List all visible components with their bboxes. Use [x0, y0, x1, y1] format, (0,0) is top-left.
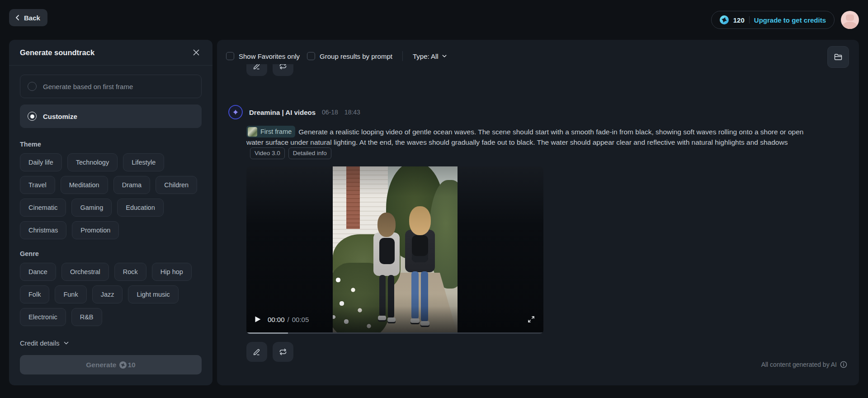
results-panel: Show Favorites only Group results by pro… [217, 40, 859, 385]
genre-chip[interactable]: Funk [55, 285, 86, 303]
option-customize[interactable]: Customize [20, 104, 202, 128]
genre-chip[interactable]: Hip hop [152, 263, 192, 281]
fullscreen-button[interactable] [527, 315, 535, 323]
video-player[interactable]: 00:00 / 00:05 [246, 166, 543, 334]
upgrade-link[interactable]: Upgrade to get credits [754, 16, 826, 24]
panel-header: Generate soundtrack [20, 40, 202, 65]
regenerate-button[interactable] [273, 64, 293, 76]
credit-coin-small-icon [119, 361, 127, 369]
back-label: Back [24, 14, 40, 22]
regenerate-button[interactable] [273, 342, 293, 362]
checkbox-icon[interactable] [226, 52, 234, 60]
type-filter-label: Type: All [413, 52, 439, 60]
post-time: 18:43 [344, 109, 360, 116]
radio-unselected-icon [28, 82, 37, 91]
first-frame-thumbnail [248, 127, 257, 137]
filter-label: Group results by prompt [320, 52, 392, 60]
model-version-tag: Video 3.0 [250, 147, 285, 159]
ai-content-disclaimer: All content generated by AI [761, 361, 847, 368]
theme-chip[interactable]: Children [156, 176, 197, 194]
top-right-cluster: 120 Upgrade to get credits [711, 11, 859, 29]
checkbox-icon[interactable] [307, 52, 315, 60]
filter-label: Show Favorites only [239, 52, 300, 60]
prompt-block: First frame Generate a realistic looping… [246, 126, 814, 159]
chevron-down-icon [442, 53, 447, 59]
genre-chip-list: DanceOrchestralRockHip hopFolkFunkJazzLi… [20, 263, 202, 326]
theme-chip[interactable]: Daily life [20, 153, 62, 171]
disclaimer-text: All content generated by AI [761, 361, 837, 368]
genre-chip[interactable]: Jazz [92, 285, 123, 303]
theme-chip-list: Daily lifeTechnologyLifestyleTravelMedit… [20, 153, 202, 239]
info-icon[interactable] [840, 361, 847, 368]
pill-divider [749, 16, 750, 24]
option-generate-first-frame[interactable]: Generate based on first frame [20, 75, 202, 98]
close-panel-button[interactable] [191, 47, 202, 58]
post-author: Dreamina | AI videos [249, 109, 316, 116]
pencil-icon [252, 64, 261, 71]
play-button[interactable] [255, 316, 261, 323]
avatar-head-shape [846, 14, 854, 21]
credit-details-toggle[interactable]: Credit details [20, 339, 202, 347]
video-progress-bar[interactable] [246, 332, 543, 334]
panel-divider [9, 65, 212, 66]
fullscreen-icon [527, 315, 535, 323]
genre-chip[interactable]: R&B [71, 308, 102, 326]
first-frame-tag[interactable]: First frame [246, 126, 295, 137]
theme-chip[interactable]: Gaming [71, 199, 112, 217]
filter-show-favorites[interactable]: Show Favorites only [226, 52, 300, 60]
genre-chip[interactable]: Rock [114, 263, 146, 281]
credits-pill[interactable]: 120 Upgrade to get credits [711, 11, 835, 29]
filter-divider [402, 51, 403, 61]
theme-chip[interactable]: Drama [113, 176, 151, 194]
video-controls: 00:00 / 00:05 [246, 306, 543, 332]
genre-chip[interactable]: Orchestral [61, 263, 109, 281]
genre-chip[interactable]: Electronic [20, 308, 66, 326]
theme-chip[interactable]: Technology [67, 153, 118, 171]
type-filter-dropdown[interactable]: Type: All [413, 52, 447, 60]
theme-chip[interactable]: Cinematic [20, 199, 66, 217]
repeat-icon [278, 347, 288, 356]
genre-section-label: Genre [20, 250, 202, 257]
pencil-icon [252, 347, 261, 356]
generate-label: Generate [86, 361, 116, 369]
genre-chip[interactable]: Folk [20, 285, 49, 303]
theme-chip[interactable]: Education [117, 199, 164, 217]
generate-cost-value: 10 [127, 361, 135, 369]
edit-button[interactable] [246, 342, 267, 362]
credits-count: 120 [733, 16, 745, 24]
theme-chip[interactable]: Meditation [61, 176, 108, 194]
genre-chip[interactable]: Light music [128, 285, 178, 303]
theme-chip[interactable]: Travel [20, 176, 55, 194]
avatar-body-shape [843, 22, 857, 29]
chevron-left-icon [14, 14, 21, 21]
theme-chip[interactable]: Promotion [72, 221, 119, 239]
time-separator: / [288, 316, 289, 323]
filter-group-results[interactable]: Group results by prompt [307, 52, 392, 60]
generate-button[interactable]: Generate 10 [20, 355, 202, 374]
edit-button[interactable] [246, 64, 267, 76]
post-header: Dreamina | AI videos 06-18 18:43 [228, 105, 830, 119]
user-avatar[interactable] [841, 11, 859, 29]
top-bar: Back 120 Upgrade to get credits [0, 0, 868, 40]
dreamina-avatar [228, 105, 243, 119]
theme-chip[interactable]: Christmas [20, 221, 66, 239]
play-icon [255, 316, 261, 323]
asset-manager-button[interactable] [827, 46, 849, 68]
theme-chip[interactable]: Lifestyle [123, 153, 164, 171]
back-button[interactable]: Back [9, 9, 47, 26]
generate-cost: 10 [119, 361, 135, 369]
video-progress-buffer [246, 332, 288, 334]
current-time: 00:00 [268, 316, 285, 323]
close-icon [193, 49, 200, 56]
post-date: 06-18 [322, 109, 338, 116]
results-feed: Dreamina | AI videos 06-18 18:43 First f… [246, 64, 830, 362]
prompt-text: Generate a realistic looping video of ge… [246, 128, 804, 147]
option-label: Generate based on first frame [43, 83, 133, 90]
genre-chip[interactable]: Dance [20, 263, 56, 281]
post-actions [246, 342, 830, 362]
detailed-info-tag[interactable]: Detailed info [288, 147, 331, 159]
previous-post-actions-clipped [246, 64, 337, 76]
post-datetime: 06-18 18:43 [322, 109, 360, 116]
chevron-down-icon [63, 340, 69, 346]
time-display: 00:00 / 00:05 [268, 316, 309, 323]
